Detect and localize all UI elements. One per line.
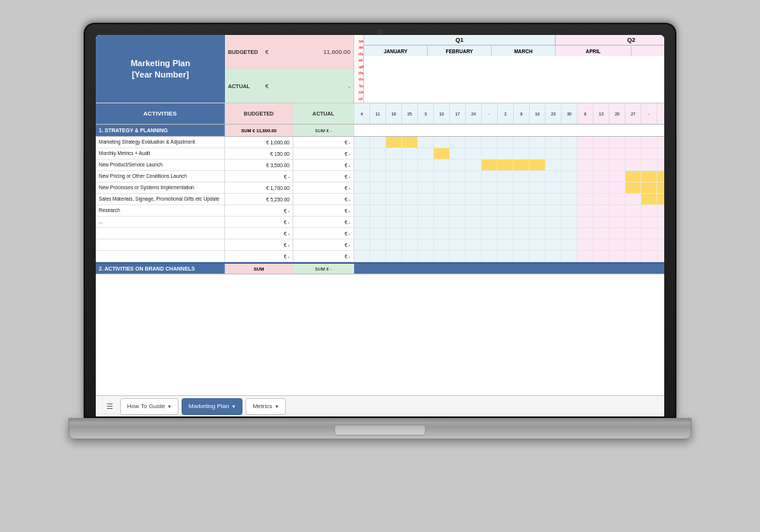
cal-cell — [354, 148, 370, 159]
cal-cell — [514, 137, 530, 147]
cal-cell — [386, 205, 402, 216]
cal-cell — [610, 171, 625, 182]
cal-cell — [370, 194, 386, 204]
january-header: JANUARY — [364, 46, 428, 56]
activities-col-header: ACTIVITIES — [96, 103, 225, 124]
cal-cell — [610, 148, 625, 159]
cal-cell — [610, 228, 625, 239]
cal-cell — [466, 171, 482, 182]
cal-cell — [578, 239, 594, 250]
cal-cell — [418, 171, 434, 182]
tab-marketing-plan[interactable]: Marketing Plan ▼ — [182, 398, 242, 415]
cal-cell — [594, 239, 610, 250]
section1-label: 1. STRATEGY & PLANNING — [96, 125, 225, 136]
laptop-bottom — [68, 418, 692, 439]
cal-cell — [578, 217, 594, 227]
data-row: New Product/Service Launch€ 3,500.00€ - — [96, 160, 664, 171]
cal-cell — [402, 239, 418, 250]
cal-cell — [466, 160, 482, 170]
cal-cell — [466, 137, 482, 147]
cal-cell — [354, 251, 370, 261]
screen-bezel: Marketing Plan [Year Number] BUDGETED € … — [96, 35, 664, 416]
cal-cell — [434, 251, 450, 261]
q1-header-block: Q1 JANUARY FEBRUARY MARCH — [364, 35, 556, 103]
cal-cell — [641, 228, 657, 239]
cal-cell — [594, 194, 610, 204]
budget-cell: € - — [225, 205, 293, 216]
cal-cell — [641, 137, 657, 147]
cal-cell — [530, 182, 546, 193]
cal-cell — [641, 239, 657, 250]
actual-col-header: ACTUAL — [293, 103, 354, 124]
tab-metrics[interactable]: Metrics ▼ — [245, 398, 286, 415]
cal-cell — [482, 194, 498, 204]
cal-cell — [450, 148, 466, 159]
cal-cell — [657, 239, 664, 250]
cal-cell — [514, 160, 530, 170]
cal-cell — [594, 217, 610, 227]
data-row: Sales Materials, Signage, Promotional Gi… — [96, 194, 664, 205]
activity-cell: Monthly Metrics + Audit — [96, 148, 225, 159]
cal-cell — [370, 205, 386, 216]
title-line1: Marketing Plan — [131, 58, 190, 68]
q2-label: Q2 — [556, 35, 664, 46]
budget-cell: € 3,500.00 — [225, 160, 293, 170]
cal-cell — [354, 182, 370, 193]
cal-cell — [482, 205, 498, 216]
cal-cell — [514, 251, 530, 261]
cal-cell — [498, 160, 514, 170]
actual-amount: - — [271, 83, 350, 90]
cal-cell — [482, 182, 498, 193]
cal-cell — [562, 251, 578, 261]
cal-cell — [498, 205, 514, 216]
cal-cell — [482, 148, 498, 159]
cal-cell — [641, 194, 657, 204]
tab-bar: ☰ How To Guide ▼ Marketing Plan ▼ Metric… — [96, 395, 664, 416]
cal-cell — [466, 205, 482, 216]
cal-cell — [546, 194, 562, 204]
cal-cell — [434, 205, 450, 216]
cal-cell — [657, 160, 664, 170]
cal-cell — [625, 160, 641, 170]
cal-cell — [386, 194, 402, 204]
march-header: MARCH — [492, 46, 556, 56]
cal-cell — [370, 239, 386, 250]
budget-cell: € 150.00 — [225, 148, 293, 159]
activity-cell — [96, 239, 225, 250]
activity-cell: ... — [96, 217, 225, 227]
budget-cell: € - — [225, 171, 293, 182]
cal-cell — [578, 194, 594, 204]
tab-how-to-guide[interactable]: How To Guide ▼ — [120, 398, 179, 415]
cal-cell — [546, 182, 562, 193]
section2-row: 2. ACTIVITIES ON BRAND CHANNELS SUM SUM … — [96, 262, 664, 274]
actual-cell: € - — [293, 171, 354, 182]
cal-cell — [450, 228, 466, 239]
cal-cell — [386, 251, 402, 261]
budgeted-amount: 11,600.00 — [271, 49, 350, 55]
cal-cell — [562, 137, 578, 147]
q2-date-headers: 6 13 20 27 - 4 11 18 2 — [578, 103, 664, 124]
cal-cell — [450, 171, 466, 182]
cal-cell — [402, 148, 418, 159]
cal-cell — [370, 251, 386, 261]
cal-cell — [578, 137, 594, 147]
cal-cell — [370, 182, 386, 193]
cal-cell — [482, 137, 498, 147]
cal-cell — [450, 160, 466, 170]
budget-cell: € 1,700.00 — [225, 182, 293, 193]
data-row: € -€ - — [96, 251, 664, 262]
cal-cell — [657, 228, 664, 239]
cal-cell — [610, 137, 625, 147]
cal-cell — [418, 137, 434, 147]
cal-cell — [498, 194, 514, 204]
cal-cell — [594, 137, 610, 147]
cal-cell — [482, 171, 498, 182]
cal-cell — [562, 148, 578, 159]
q1-months: JANUARY FEBRUARY MARCH — [364, 46, 556, 56]
data-row: € -€ - — [96, 228, 664, 239]
title-block: Marketing Plan [Year Number] — [96, 35, 225, 103]
cal-cell — [402, 205, 418, 216]
actual-cell: € - — [293, 251, 354, 261]
cal-cell — [625, 194, 641, 204]
cal-cell — [641, 160, 657, 170]
